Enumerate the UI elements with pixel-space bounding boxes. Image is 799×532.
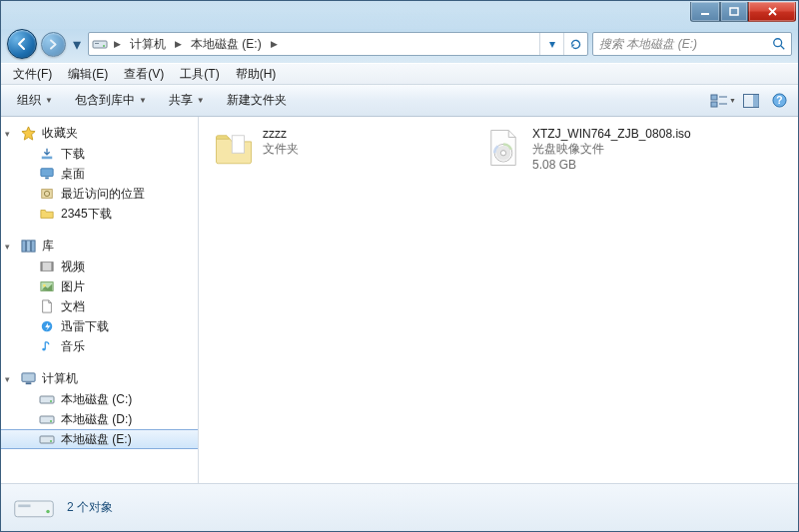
sidebar-item-label: 迅雷下载 xyxy=(61,318,109,335)
video-icon xyxy=(39,259,55,274)
preview-pane-button[interactable] xyxy=(738,89,764,113)
search-input[interactable] xyxy=(593,37,767,51)
minimize-button[interactable] xyxy=(690,2,720,22)
drive-icon xyxy=(89,38,111,50)
file-meta: zzzz 文件夹 xyxy=(263,127,299,172)
help-button[interactable]: ? xyxy=(766,89,792,113)
file-size: 5.08 GB xyxy=(532,158,691,172)
desktop-icon xyxy=(39,166,55,182)
sidebar-item-label: 本地磁盘 (E:) xyxy=(61,431,132,448)
menu-view[interactable]: 查看(V) xyxy=(116,64,172,84)
svg-rect-33 xyxy=(25,382,31,384)
sidebar-item-downloads[interactable]: 下载 xyxy=(1,144,198,164)
sidebar-libraries-header[interactable]: ▾ 库 xyxy=(1,236,198,257)
sidebar-libraries-label: 库 xyxy=(42,238,54,255)
menu-file[interactable]: 文件(F) xyxy=(5,64,60,84)
chevron-down-icon: ▼ xyxy=(729,97,736,104)
svg-rect-18 xyxy=(41,169,53,177)
chevron-down-icon: ▼ xyxy=(139,96,147,105)
breadcrumb-arrow-icon[interactable]: ▶ xyxy=(268,33,281,55)
sidebar-libraries-group: ▾ 库 视频 图片 文档 迅雷下载 音乐 xyxy=(1,236,198,356)
drive-icon xyxy=(39,431,55,447)
sidebar-item-drive-c[interactable]: 本地磁盘 (C:) xyxy=(1,389,198,409)
svg-point-31 xyxy=(42,348,46,351)
share-button[interactable]: 共享▼ xyxy=(159,89,215,113)
computer-icon xyxy=(20,371,36,387)
file-list: zzzz 文件夹 xyxy=(213,127,784,172)
sidebar-item-videos[interactable]: 视频 xyxy=(1,257,198,276)
sidebar-item-label: 文档 xyxy=(61,298,85,315)
breadcrumb-seg-computer[interactable]: 计算机 xyxy=(124,33,172,55)
sidebar[interactable]: ▾ 收藏夹 下载 桌面 最近访问的位置 2345下载 ▾ 库 视频 xyxy=(1,117,199,483)
download-icon xyxy=(39,146,55,162)
svg-rect-4 xyxy=(93,41,107,48)
toolbar: 组织▼ 包含到库中▼ 共享▼ 新建文件夹 ▼ ? xyxy=(1,85,798,117)
svg-point-37 xyxy=(50,420,52,422)
view-options-button[interactable]: ▼ xyxy=(710,89,736,113)
libraries-icon xyxy=(20,239,36,255)
svg-rect-34 xyxy=(40,396,54,403)
breadcrumb-arrow-icon[interactable]: ▶ xyxy=(172,33,185,55)
sidebar-item-drive-d[interactable]: 本地磁盘 (D:) xyxy=(1,409,198,429)
music-icon xyxy=(39,338,55,354)
new-folder-button[interactable]: 新建文件夹 xyxy=(217,89,297,113)
folder-icon xyxy=(39,206,55,222)
back-button[interactable] xyxy=(7,29,37,59)
refresh-button[interactable] xyxy=(563,33,587,55)
organize-button[interactable]: 组织▼ xyxy=(7,89,63,113)
sidebar-item-label: 最近访问的位置 xyxy=(61,186,145,203)
collapse-icon: ▾ xyxy=(5,242,14,251)
addr-dropdown-button[interactable]: ▾ xyxy=(539,33,563,55)
sidebar-favorites-header[interactable]: ▾ 收藏夹 xyxy=(1,123,198,144)
svg-point-7 xyxy=(774,39,782,47)
collapse-icon: ▾ xyxy=(5,374,14,383)
sidebar-item-label: 本地磁盘 (D:) xyxy=(61,411,132,428)
sidebar-computer-header[interactable]: ▾ 计算机 xyxy=(1,368,198,389)
file-name: zzzz xyxy=(263,127,299,141)
content-pane[interactable]: zzzz 文件夹 xyxy=(199,117,798,483)
menu-help[interactable]: 帮助(H) xyxy=(228,64,285,84)
menu-edit[interactable]: 编辑(E) xyxy=(60,64,116,84)
file-type: 光盘映像文件 xyxy=(532,141,691,158)
drive-icon xyxy=(39,391,55,407)
sidebar-item-2345dl[interactable]: 2345下载 xyxy=(1,204,198,224)
breadcrumb-seg-drive[interactable]: 本地磁盘 (E:) xyxy=(185,33,268,55)
svg-point-35 xyxy=(50,400,52,402)
menu-tools[interactable]: 工具(T) xyxy=(172,64,227,84)
history-dropdown[interactable]: ▾ xyxy=(70,35,84,54)
sidebar-item-label: 图片 xyxy=(61,278,85,295)
close-button[interactable] xyxy=(748,2,796,22)
window-controls xyxy=(690,2,796,22)
sidebar-item-drive-e[interactable]: 本地磁盘 (E:) xyxy=(1,429,198,449)
svg-point-43 xyxy=(500,151,505,156)
svg-rect-19 xyxy=(45,178,49,180)
file-item-folder[interactable]: zzzz 文件夹 xyxy=(213,127,442,172)
include-label: 包含到库中 xyxy=(75,92,135,109)
include-button[interactable]: 包含到库中▼ xyxy=(65,89,157,113)
forward-button[interactable] xyxy=(41,32,66,57)
search-box[interactable] xyxy=(592,32,792,56)
svg-rect-44 xyxy=(15,501,54,517)
sidebar-item-desktop[interactable]: 桌面 xyxy=(1,164,198,184)
sidebar-item-label: 视频 xyxy=(61,259,85,275)
file-item-iso[interactable]: XTZJ_WIN764_ZJB_0808.iso 光盘映像文件 5.08 GB xyxy=(482,127,712,172)
svg-rect-25 xyxy=(41,263,53,271)
svg-rect-45 xyxy=(18,504,30,507)
svg-point-46 xyxy=(46,509,50,513)
sidebar-favorites-label: 收藏夹 xyxy=(42,125,78,142)
sidebar-computer-group: ▾ 计算机 本地磁盘 (C:) 本地磁盘 (D:) 本地磁盘 (E:) xyxy=(1,368,198,449)
pictures-icon xyxy=(39,278,55,294)
sidebar-item-documents[interactable]: 文档 xyxy=(1,296,198,316)
documents-icon xyxy=(39,298,55,314)
drive-icon xyxy=(39,411,55,427)
chevron-down-icon: ▼ xyxy=(45,96,53,105)
sidebar-item-pictures[interactable]: 图片 xyxy=(1,276,198,296)
breadcrumb-arrow-icon[interactable]: ▶ xyxy=(111,33,124,55)
sidebar-item-recent[interactable]: 最近访问的位置 xyxy=(1,184,198,204)
maximize-button[interactable] xyxy=(720,2,748,22)
sidebar-item-music[interactable]: 音乐 xyxy=(1,336,198,356)
search-icon[interactable] xyxy=(767,37,791,51)
sidebar-item-xunlei[interactable]: 迅雷下载 xyxy=(1,316,198,336)
svg-rect-32 xyxy=(21,373,34,381)
address-bar[interactable]: ▶ 计算机 ▶ 本地磁盘 (E:) ▶ ▾ xyxy=(88,32,588,56)
